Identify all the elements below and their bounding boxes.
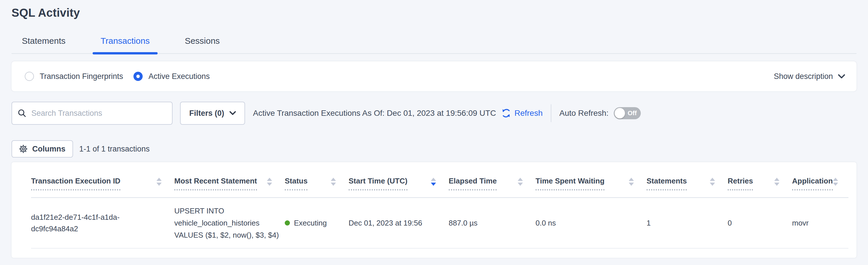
toolbar-divider: [551, 104, 551, 122]
tab-transactions[interactable]: Transactions: [93, 31, 158, 53]
column-header-retries[interactable]: Retries: [727, 176, 792, 190]
column-header-elapsed-time[interactable]: Elapsed Time: [449, 176, 535, 190]
sql-activity-page: SQL Activity Statements Transactions Ses…: [0, 0, 868, 265]
radio-active-executions[interactable]: Active Executions: [133, 72, 210, 81]
show-description-toggle[interactable]: Show description: [774, 72, 845, 81]
tab-statements[interactable]: Statements: [14, 31, 74, 53]
search-input[interactable]: [31, 109, 166, 118]
column-header-status[interactable]: Status: [285, 176, 348, 190]
sort-icon[interactable]: [331, 178, 336, 186]
sort-icon[interactable]: [629, 178, 634, 186]
toggle-state-label: Off: [627, 109, 637, 117]
radio-label[interactable]: Active Executions: [148, 72, 210, 81]
column-header-statements[interactable]: Statements: [647, 176, 727, 190]
results-count: 1-1 of 1 transactions: [80, 144, 150, 154]
columns-button[interactable]: Columns: [11, 140, 73, 158]
column-header-most-recent-statement[interactable]: Most Recent Statement: [174, 176, 285, 190]
toggle-knob[interactable]: [615, 108, 625, 118]
refresh-button[interactable]: Refresh: [501, 108, 543, 118]
sort-icon-descending[interactable]: [431, 178, 436, 186]
cell-time-spent-waiting: 0.0 ns: [535, 217, 647, 229]
chevron-down-icon: [838, 74, 845, 79]
filters-label[interactable]: Filters (0): [189, 109, 224, 118]
results-row: Columns 1-1 of 1 transactions: [11, 140, 857, 158]
cell-start-time: Dec 01, 2023 at 19:56: [348, 217, 449, 229]
show-description-label[interactable]: Show description: [774, 72, 833, 81]
column-header-time-spent-waiting[interactable]: Time Spent Waiting: [535, 176, 647, 190]
cell-transaction-execution-id[interactable]: da1f21e2-de71-4c1f-a1da-dc9fc94a84a2: [31, 211, 133, 235]
radio-selected-icon[interactable]: [133, 72, 143, 81]
auto-refresh-label: Auto Refresh:: [559, 109, 609, 118]
transactions-table: Transaction Execution ID Most Recent Sta…: [11, 162, 857, 258]
toolbar: Filters (0) Active Transaction Execution…: [11, 102, 857, 125]
cell-retries: 0: [727, 217, 792, 229]
status-label: Executing: [294, 217, 327, 229]
radio-unselected-icon[interactable]: [25, 72, 34, 81]
sort-icon[interactable]: [518, 178, 523, 186]
auto-refresh-toggle[interactable]: Off: [614, 107, 641, 119]
sort-icon[interactable]: [833, 178, 838, 186]
cell-statements: 1: [647, 217, 727, 229]
radio-transaction-fingerprints[interactable]: Transaction Fingerprints: [25, 72, 123, 81]
page-title: SQL Activity: [11, 0, 857, 19]
sort-icon[interactable]: [267, 178, 272, 186]
sort-icon[interactable]: [774, 178, 779, 186]
sort-icon[interactable]: [710, 178, 715, 186]
filters-button[interactable]: Filters (0): [180, 102, 245, 125]
search-box[interactable]: [11, 102, 173, 125]
view-mode-card: Transaction Fingerprints Active Executio…: [11, 61, 857, 91]
refresh-icon: [501, 108, 511, 118]
refresh-label[interactable]: Refresh: [515, 109, 543, 118]
tab-sessions[interactable]: Sessions: [177, 31, 228, 53]
cell-status: Executing: [285, 217, 348, 229]
column-header-start-time[interactable]: Start Time (UTC): [348, 176, 449, 190]
chevron-down-icon: [229, 111, 236, 115]
executing-status-dot-icon: [285, 220, 290, 226]
search-icon: [18, 109, 26, 118]
radio-label[interactable]: Transaction Fingerprints: [40, 72, 123, 81]
table-header-row: Transaction Execution ID Most Recent Sta…: [31, 162, 848, 198]
cell-elapsed-time: 887.0 µs: [449, 217, 535, 229]
table-row: da1f21e2-de71-4c1f-a1da-dc9fc94a84a2 UPS…: [31, 198, 848, 248]
as-of-timestamp: Active Transaction Executions As Of: Dec…: [253, 109, 496, 118]
cell-most-recent-statement: UPSERT INTO vehicle_location_histories V…: [174, 205, 285, 241]
column-header-application[interactable]: Application: [792, 176, 848, 190]
column-header-transaction-execution-id[interactable]: Transaction Execution ID: [31, 176, 174, 190]
gear-icon: [19, 144, 28, 153]
cell-application: movr: [792, 217, 848, 229]
tab-bar: Statements Transactions Sessions: [11, 31, 857, 54]
columns-button-label[interactable]: Columns: [32, 144, 66, 154]
sort-icon[interactable]: [156, 178, 162, 186]
